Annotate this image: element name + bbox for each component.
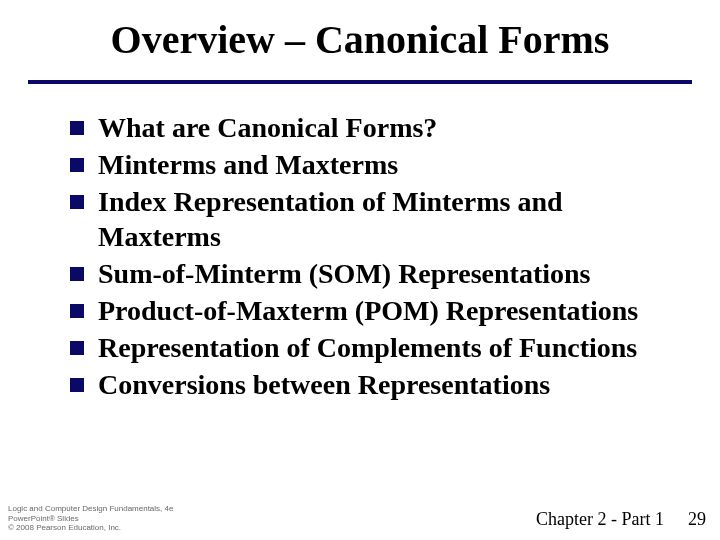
square-bullet-icon xyxy=(70,378,84,392)
bullet-text: Minterms and Maxterms xyxy=(98,147,690,182)
square-bullet-icon xyxy=(70,158,84,172)
chapter-label: Chapter 2 - Part 1 xyxy=(536,509,664,530)
list-item: Sum-of-Minterm (SOM) Representations xyxy=(70,256,690,291)
bullet-text: Product-of-Maxterm (POM) Representations xyxy=(98,293,690,328)
list-item: Conversions between Representations xyxy=(70,367,690,402)
square-bullet-icon xyxy=(70,341,84,355)
list-item: Product-of-Maxterm (POM) Representations xyxy=(70,293,690,328)
square-bullet-icon xyxy=(70,304,84,318)
bullet-text: Sum-of-Minterm (SOM) Representations xyxy=(98,256,690,291)
list-item: What are Canonical Forms? xyxy=(70,110,690,145)
footer-line: Logic and Computer Design Fundamentals, … xyxy=(8,504,173,513)
square-bullet-icon xyxy=(70,121,84,135)
bullet-text: Index Representation of Minterms and Max… xyxy=(98,184,690,254)
slide: Overview – Canonical Forms What are Cano… xyxy=(0,0,720,540)
footer-line: PowerPoint® Slides xyxy=(8,514,173,523)
footer-line: © 2008 Pearson Education, Inc. xyxy=(8,523,173,532)
list-item: Representation of Complements of Functio… xyxy=(70,330,690,365)
square-bullet-icon xyxy=(70,267,84,281)
list-item: Minterms and Maxterms xyxy=(70,147,690,182)
title-underline xyxy=(28,80,692,84)
footer-chapter-page: Chapter 2 - Part 1 29 xyxy=(536,509,706,530)
footer-copyright: Logic and Computer Design Fundamentals, … xyxy=(8,504,173,532)
page-number: 29 xyxy=(688,509,706,530)
bullet-text: Conversions between Representations xyxy=(98,367,690,402)
slide-title: Overview – Canonical Forms xyxy=(40,16,680,63)
bullet-text: What are Canonical Forms? xyxy=(98,110,690,145)
list-item: Index Representation of Minterms and Max… xyxy=(70,184,690,254)
square-bullet-icon xyxy=(70,195,84,209)
bullet-text: Representation of Complements of Functio… xyxy=(98,330,690,365)
slide-body: What are Canonical Forms? Minterms and M… xyxy=(70,110,690,404)
